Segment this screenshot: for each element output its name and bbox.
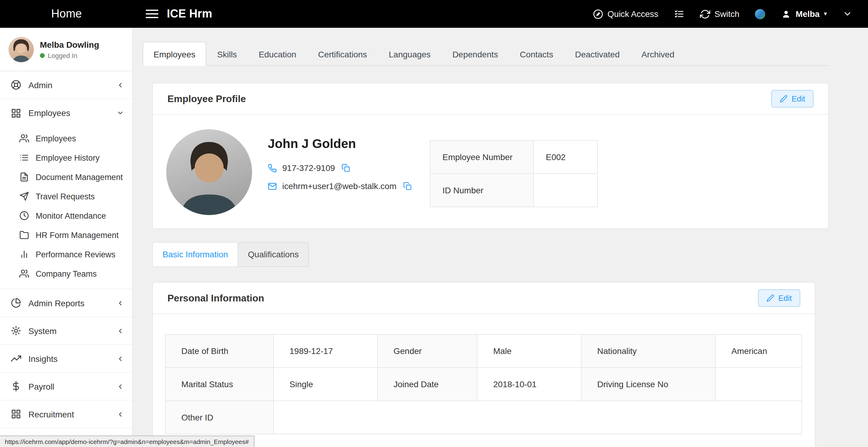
personal-information-header: Personal Information Edit xyxy=(153,283,815,314)
field-label: ID Number xyxy=(430,174,533,207)
quick-access-button[interactable]: Quick Access xyxy=(593,9,658,19)
user-name-label: Melba xyxy=(796,9,819,19)
module-tabs: Employees Skills Education Certification… xyxy=(143,42,829,66)
email-value: icehrm+user1@web-stalk.com xyxy=(282,181,397,191)
field-label: Nationality xyxy=(581,334,715,368)
sidebar-subitem-travel-requests[interactable]: Travel Requests xyxy=(0,187,132,206)
table-row: Marital Status Single Joined Date 2018-1… xyxy=(165,368,802,401)
phone-value: 917-372-9109 xyxy=(282,163,335,173)
field-value: Male xyxy=(477,334,581,368)
task-list-button[interactable] xyxy=(674,9,684,19)
pie-chart-icon xyxy=(11,298,21,308)
tab-employees[interactable]: Employees xyxy=(143,42,207,66)
globe-icon xyxy=(755,9,766,19)
sidebar-subitem-hr-form-management[interactable]: HR Form Management xyxy=(0,225,132,245)
field-label: Driving License No xyxy=(581,368,715,401)
personal-information-body: Date of Birth 1989-12-17 Gender Male Nat… xyxy=(153,314,815,447)
topbar-collapse-button[interactable] xyxy=(843,9,852,19)
field-label: Gender xyxy=(377,334,477,368)
chevron-left-icon xyxy=(117,299,124,307)
tab-deactivated[interactable]: Deactivated xyxy=(564,42,630,66)
tab-dependents[interactable]: Dependents xyxy=(441,42,509,66)
envelope-icon xyxy=(268,182,277,191)
sidebar-subitem-company-teams[interactable]: Company Teams xyxy=(0,264,132,283)
sidebar-subitem-monitor-attendance[interactable]: Monitor Attendance xyxy=(0,206,132,225)
edit-button-label: Edit xyxy=(792,94,805,103)
chevron-left-icon xyxy=(117,81,124,89)
copy-icon[interactable] xyxy=(403,182,412,190)
sidebar-subitem-employees[interactable]: Employees xyxy=(0,129,132,148)
pencil-icon xyxy=(779,95,787,103)
login-status: Logged In xyxy=(40,52,99,59)
switch-button[interactable]: Switch xyxy=(700,9,739,19)
sidebar-item-label: Payroll xyxy=(28,381,110,391)
sidebar-item-label: Insights xyxy=(28,354,110,363)
tab-contacts[interactable]: Contacts xyxy=(509,42,564,66)
sidebar-item-system[interactable]: System xyxy=(0,317,132,345)
tab-skills[interactable]: Skills xyxy=(207,42,248,66)
table-row: Employee Number E002 xyxy=(430,140,597,174)
edit-personal-information-button[interactable]: Edit xyxy=(758,289,800,307)
sidebar-item-recruitment[interactable]: Recruitment xyxy=(0,401,132,428)
clock-icon xyxy=(19,211,29,221)
modules-grid-icon xyxy=(11,108,21,118)
employee-profile-header: Employee Profile Edit xyxy=(153,83,828,115)
field-label: Other ID xyxy=(165,401,274,434)
app-title[interactable]: ICE Hrm xyxy=(167,7,212,21)
sidebar-subitem-employee-history[interactable]: Employee History xyxy=(0,148,132,167)
tab-basic-information[interactable]: Basic Information xyxy=(152,242,238,267)
helm-icon xyxy=(11,80,21,90)
sidebar-item-admin[interactable]: Admin xyxy=(0,71,132,99)
topbar-actions: Quick Access Switch xyxy=(593,9,868,19)
table-row: ID Number xyxy=(430,174,597,207)
sidebar-subitem-performance-reviews[interactable]: Performance Reviews xyxy=(0,245,132,264)
hamburger-menu-icon[interactable] xyxy=(146,10,158,18)
edit-button-label: Edit xyxy=(778,294,792,302)
phone-row: 917-372-9109 xyxy=(268,163,430,173)
employee-identity: John J Golden 917-372-9109 xyxy=(268,129,430,215)
sidebar-item-employees[interactable]: Employees xyxy=(0,99,132,127)
sidebar-subitem-label: Performance Reviews xyxy=(36,250,116,259)
chevron-down-icon xyxy=(843,9,852,19)
sidebar-subitem-label: Document Management xyxy=(36,172,123,182)
phone-icon xyxy=(268,163,277,172)
chevron-left-icon xyxy=(117,355,124,362)
dollar-icon xyxy=(11,381,21,391)
browser-status-url: https://icehrm.com/app/demo-icehrm/?g=ad… xyxy=(0,436,254,447)
edit-profile-button[interactable]: Edit xyxy=(771,90,814,107)
sidebar-subitem-document-management[interactable]: Document Management xyxy=(0,167,132,187)
home-nav[interactable]: Home xyxy=(0,7,133,21)
table-row: Date of Birth 1989-12-17 Gender Male Nat… xyxy=(165,334,802,368)
avatar-image xyxy=(8,36,34,62)
field-label: Joined Date xyxy=(377,368,477,401)
pencil-icon xyxy=(766,294,774,302)
sidebar-profile: Melba Dowling Logged In xyxy=(0,28,132,71)
switch-refresh-icon xyxy=(700,9,710,19)
copy-icon[interactable] xyxy=(342,164,350,172)
sidebar-item-insights[interactable]: Insights xyxy=(0,345,132,373)
table-row: Other ID xyxy=(165,401,802,434)
language-globe-button[interactable] xyxy=(755,9,766,19)
chevron-left-icon xyxy=(117,327,124,334)
sidebar-subitem-label: Employees xyxy=(36,134,76,143)
trend-chart-icon xyxy=(11,353,21,364)
tab-education[interactable]: Education xyxy=(248,42,307,66)
field-label: Date of Birth xyxy=(165,334,274,368)
tab-certifications[interactable]: Certifications xyxy=(307,42,378,66)
sidebar-item-admin-reports[interactable]: Admin Reports xyxy=(0,289,132,317)
sidebar-subitem-label: Employee History xyxy=(36,153,100,162)
tab-languages[interactable]: Languages xyxy=(378,42,441,66)
employee-summary-table: Employee Number E002 ID Number xyxy=(430,140,598,207)
tab-qualifications[interactable]: Qualifications xyxy=(238,242,309,267)
user-menu[interactable]: Melba ▾ xyxy=(781,9,827,19)
paper-plane-icon xyxy=(19,191,29,201)
sidebar-user-name: Melba Dowling xyxy=(40,39,99,49)
team-icon xyxy=(19,269,29,279)
email-row: icehrm+user1@web-stalk.com xyxy=(268,181,430,191)
sidebar-item-payroll[interactable]: Payroll xyxy=(0,373,132,401)
sidebar-item-label: Recruitment xyxy=(28,409,110,419)
personal-information-card: Personal Information Edit Date of Birth xyxy=(152,282,815,447)
chevron-left-icon xyxy=(117,383,124,390)
sidebar-item-label: System xyxy=(28,326,110,336)
tab-archived[interactable]: Archived xyxy=(630,42,685,66)
